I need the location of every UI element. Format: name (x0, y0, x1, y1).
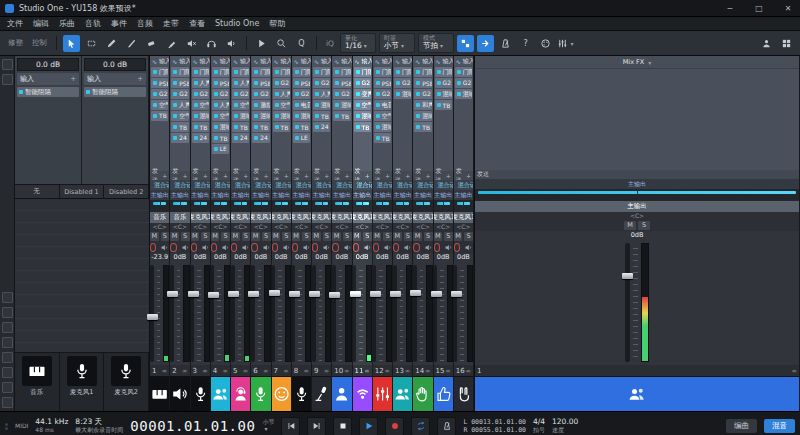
insert-slot[interactable]: 24 段均衡 (232, 133, 249, 143)
output-bus[interactable]: 主输出 (454, 190, 473, 200)
pan-control[interactable] (413, 200, 432, 212)
channel-icon-tile[interactable] (251, 376, 270, 411)
mixer-channel[interactable]: 输入 门限器PSE MonoG2 均衡器和声器混响 LETB EQ2 发送 混合… (413, 56, 433, 411)
channel-icon-tile[interactable] (170, 376, 189, 411)
channel-name[interactable]: 麦克风1 (353, 212, 372, 223)
fader-handle[interactable] (147, 314, 158, 320)
monitor-button[interactable] (241, 243, 250, 252)
record-button[interactable] (385, 417, 404, 435)
send-slot[interactable]: 混合记号 (312, 180, 331, 190)
insert-slot[interactable]: 门限器 (455, 67, 472, 77)
insert-slot[interactable]: TB EQ2 (435, 100, 452, 110)
rail-tool-icon[interactable] (2, 352, 13, 363)
channel-name[interactable]: 麦克风1 (454, 212, 473, 223)
channel-fader[interactable] (292, 262, 311, 365)
master-mute-button[interactable]: M (624, 221, 636, 230)
insert-slot[interactable]: G2 均衡器 (394, 78, 411, 88)
insert-active-led[interactable] (335, 114, 339, 118)
insert-slot[interactable]: 门限器 (374, 67, 391, 77)
menu-help[interactable]: 帮助 (269, 18, 285, 29)
insert-slot[interactable]: 人声修复 (232, 78, 249, 88)
click-button[interactable] (437, 417, 456, 435)
insert-slot[interactable]: 空气感增强 (374, 111, 391, 121)
insert-active-led[interactable] (173, 125, 177, 129)
loop-end-time[interactable]: R 00055.01.01.00 (463, 426, 526, 434)
mixer-channel[interactable]: 输入 门限器PSE MonoG2 均衡器人声增强空气感增强TB EQ224 段均… (170, 56, 190, 411)
insert-active-led[interactable] (153, 92, 157, 96)
record-arm-button[interactable] (332, 243, 338, 252)
mixfx-label[interactable]: Mix FX (623, 58, 645, 66)
insert-active-led[interactable] (254, 136, 258, 140)
record-arm-button[interactable] (191, 243, 197, 252)
solo-button[interactable]: S (262, 232, 271, 241)
insert-slot[interactable]: TB EQ2 (293, 122, 310, 132)
insert-active-led[interactable] (194, 92, 198, 96)
insert-slot[interactable]: 门限器 (232, 67, 249, 77)
insert-active-led[interactable] (396, 92, 400, 96)
control-label[interactable]: 控制 (29, 38, 50, 48)
mute-button[interactable]: M (251, 232, 260, 241)
master-sends-header[interactable]: 发送 (475, 170, 799, 179)
mute-button[interactable]: M (393, 232, 402, 241)
input-strip[interactable]: 0.0 dB 输入 智能阻隔 (82, 56, 149, 184)
insert-active-led[interactable] (356, 92, 360, 96)
insert-slot[interactable]: 空气感增强 (273, 100, 290, 110)
insert-active-led[interactable] (335, 92, 339, 96)
arrange-view-button[interactable]: 编曲 (726, 419, 757, 433)
mute-button[interactable]: M (413, 232, 422, 241)
solo-button[interactable]: S (282, 232, 291, 241)
monitor-button[interactable] (403, 243, 412, 252)
insert-slot[interactable]: 空气感增强 (354, 100, 371, 110)
insert-active-led[interactable] (275, 81, 279, 85)
insert-active-led[interactable] (234, 125, 238, 129)
pan-control[interactable] (312, 200, 331, 212)
master-fader-handle[interactable] (622, 273, 633, 279)
insert-slot[interactable]: 门限器 (435, 67, 452, 77)
sends-header[interactable]: 发送 (272, 171, 291, 180)
mixer-channel[interactable]: 输入 门限器PSE MonoG2 均衡器空气感增强TB 延迟 发送 混合记号 主… (150, 56, 170, 411)
fader-handle[interactable] (188, 291, 199, 297)
monitor-button[interactable] (201, 243, 210, 252)
menu-event[interactable]: 事件 (111, 18, 127, 29)
mixer-channel[interactable]: 输入 门限器PSE MonoG2 均衡器激励器混响 LETB EQ224 段均衡… (251, 56, 271, 411)
add-send-icon[interactable] (365, 172, 370, 179)
send-slot[interactable]: 混合记号 (353, 180, 372, 190)
mute-button[interactable]: M (231, 232, 240, 241)
insert-slot[interactable]: PSE Mono (374, 78, 391, 88)
insert-slot[interactable]: 门限器 (212, 67, 229, 77)
mute-button[interactable]: M (150, 232, 159, 241)
channel-icon-tile[interactable] (292, 376, 311, 411)
add-icon[interactable] (137, 75, 143, 83)
insert-active-led[interactable] (214, 147, 218, 151)
add-send-icon[interactable] (425, 172, 430, 179)
insert-slot[interactable]: 门限器 (394, 67, 411, 77)
insert-slot[interactable]: G2 均衡器 (273, 78, 290, 88)
insert-active-led[interactable] (416, 125, 420, 129)
mute-button[interactable]: M (373, 232, 382, 241)
insert-active-led[interactable] (315, 114, 319, 118)
mute-button[interactable]: M (191, 232, 200, 241)
channel-name[interactable]: 麦克风1 (231, 212, 250, 223)
fader-handle[interactable] (350, 291, 361, 297)
quantize-dropdown[interactable]: 量化 1/16▾ (340, 33, 376, 53)
insert-slot[interactable]: G2 均衡器 (374, 89, 391, 99)
insert-slot[interactable]: TB EQ2 (333, 111, 350, 121)
follow-button[interactable] (477, 35, 494, 52)
mix-view-button[interactable]: 混音 (764, 419, 795, 433)
output-bus[interactable]: 主输出 (211, 190, 230, 200)
loop-button[interactable] (411, 417, 430, 435)
insert-active-led[interactable] (234, 114, 238, 118)
insert-active-led[interactable] (457, 70, 461, 74)
bank-tab-disabled2[interactable]: Disabled 2 (104, 185, 149, 198)
channel-fader[interactable] (454, 262, 473, 365)
channel-input-header[interactable]: 输入 (150, 56, 169, 66)
insert-slot[interactable]: 混响 HD1 (435, 89, 452, 99)
insert-slot[interactable]: PSE Mono (333, 78, 350, 88)
record-arm-button[interactable] (231, 243, 237, 252)
pan-control[interactable] (272, 200, 291, 212)
send-slot[interactable]: 混合记号 (393, 180, 412, 190)
master-channel-icon[interactable] (475, 376, 799, 411)
insert-active-led[interactable] (254, 125, 258, 129)
send-slot[interactable]: 混合记号 (454, 180, 473, 190)
insert-active-led[interactable] (173, 103, 177, 107)
